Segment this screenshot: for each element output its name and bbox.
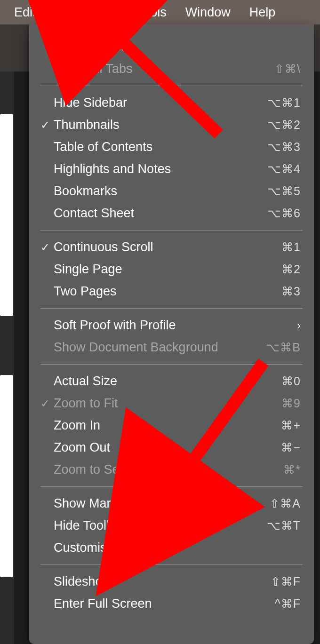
menu-item-two-pages[interactable]: Two Pages⌘3 [29, 280, 314, 302]
menu-item-shortcut: ⌥⌘1 [267, 96, 301, 110]
menu-item-label: Continuous Scroll [54, 240, 281, 254]
menu-item-label: Zoom to Fit [54, 396, 281, 411]
menu-item-label: Single Page [54, 262, 281, 277]
menu-item-shortcut: ⌘+ [281, 419, 301, 432]
menu-item-shortcut: ⇧⌘F [271, 575, 301, 588]
menu-item-zoom-out[interactable]: Zoom Out⌘− [29, 437, 314, 459]
menubar-item-view[interactable]: View [46, 0, 92, 24]
menu-item-shortcut: ⌘− [281, 441, 301, 454]
menu-item-continuous-scroll[interactable]: ✓Continuous Scroll⌘1 [29, 236, 314, 258]
menubar-item-window[interactable]: Window [176, 0, 240, 24]
menu-item-shortcut: ⌘2 [281, 262, 301, 276]
menu-item-shortcut: ⌘9 [281, 397, 301, 410]
menu-item-label: Customise Toolbar… [54, 541, 301, 555]
menu-item-label: Show Tab Bar [54, 40, 301, 54]
menu-item-shortcut: ⌥⌘4 [267, 162, 301, 176]
menu-item-shortcut: ⌥⌘3 [267, 140, 301, 154]
menu-separator [40, 308, 303, 309]
menu-item-shortcut: ⌥⌘5 [267, 184, 301, 198]
menu-item-label: Hide Toolbar [54, 518, 267, 533]
menu-item-show-all-tabs: Show All Tabs⇧⌘\ [29, 58, 314, 80]
menu-item-shortcut: ⌘0 [281, 374, 301, 388]
checkmark-icon: ✓ [37, 241, 54, 254]
checkmark-icon: ✓ [37, 397, 54, 410]
menu-item-table-of-contents[interactable]: Table of Contents⌥⌘3 [29, 136, 314, 158]
menubar-item-label: View [55, 5, 82, 20]
menu-item-hide-sidebar[interactable]: Hide Sidebar⌥⌘1 [29, 92, 314, 114]
menu-item-label: Zoom Out [54, 440, 281, 455]
menu-item-label: Thumbnails [54, 118, 267, 132]
menubar: EditViewGoToolsWindowHelp [0, 0, 320, 24]
menu-separator [40, 230, 303, 231]
menu-item-label: Bookmarks [54, 184, 267, 199]
menu-item-shortcut: ⌘3 [281, 285, 301, 298]
checkmark-icon: ✓ [37, 119, 54, 132]
menubar-item-tools[interactable]: Tools [128, 0, 176, 24]
menu-item-enter-full-screen[interactable]: Enter Full Screen^⌘F [29, 593, 314, 615]
menu-item-show-markup-toolbar[interactable]: Show Markup Toolbar⇧⌘A [29, 493, 314, 515]
menubar-item-help[interactable]: Help [240, 0, 285, 24]
menu-item-label: Two Pages [54, 284, 281, 299]
menubar-item-label: Go [101, 5, 118, 20]
menu-item-show-document-background: Show Document Background⌥⌘B [29, 336, 314, 358]
menu-item-highlights-and-notes[interactable]: Highlights and Notes⌥⌘4 [29, 158, 314, 180]
menu-item-label: Zoom In [54, 418, 281, 433]
menu-separator [40, 486, 303, 487]
menu-item-label: Hide Sidebar [54, 95, 267, 110]
menubar-item-label: Edit [14, 5, 36, 20]
menubar-item-label: Help [249, 5, 276, 20]
menubar-item-label: Window [185, 5, 231, 20]
menu-item-hide-toolbar[interactable]: Hide Toolbar⌥⌘T [29, 515, 314, 537]
menu-item-thumbnails[interactable]: ✓Thumbnails⌥⌘2 [29, 114, 314, 136]
menubar-item-go[interactable]: Go [92, 0, 128, 24]
menu-item-label: Actual Size [54, 374, 281, 389]
menu-item-shortcut: ⌥⌘B [266, 341, 301, 354]
menu-separator [40, 86, 303, 86]
menu-item-label: Highlights and Notes [54, 162, 267, 176]
menu-item-zoom-to-selection: Zoom to Selection⌘* [29, 459, 314, 481]
menu-item-shortcut: ⇧⌘A [270, 497, 301, 510]
menu-item-label: Show Document Background [54, 340, 266, 355]
menu-item-shortcut: ⇧⌘\ [274, 62, 301, 76]
menu-item-single-page[interactable]: Single Page⌘2 [29, 258, 314, 280]
sidebar-thumbnails [0, 72, 14, 644]
menu-item-show-tab-bar[interactable]: Show Tab Bar [29, 36, 314, 58]
menu-item-shortcut: ⌥⌘2 [267, 118, 301, 132]
menu-item-customise-toolbar[interactable]: Customise Toolbar… [29, 537, 314, 559]
menu-item-shortcut: ⌥⌘T [267, 519, 301, 533]
menubar-item-edit[interactable]: Edit [5, 0, 46, 24]
menu-item-label: Show Markup Toolbar [54, 496, 270, 511]
menu-item-label: Enter Full Screen [54, 596, 275, 611]
view-menu-dropdown: Show Tab BarShow All Tabs⇧⌘\Hide Sidebar… [29, 24, 314, 644]
menu-item-shortcut: ⌘1 [281, 240, 301, 254]
menu-item-label: Slideshow [54, 574, 271, 589]
menu-item-shortcut: ⌘* [283, 463, 301, 477]
chevron-right-icon: › [297, 319, 301, 332]
menu-item-bookmarks[interactable]: Bookmarks⌥⌘5 [29, 180, 314, 202]
menubar-item-label: Tools [137, 5, 167, 20]
menu-item-soft-proof-with-profile[interactable]: Soft Proof with Profile› [29, 314, 314, 336]
thumbnail[interactable] [0, 375, 13, 577]
menu-separator [40, 364, 303, 365]
menu-item-label: Soft Proof with Profile [54, 318, 297, 333]
menu-item-shortcut: ^⌘F [275, 597, 301, 611]
menu-item-zoom-in[interactable]: Zoom In⌘+ [29, 414, 314, 437]
menu-item-zoom-to-fit: ✓Zoom to Fit⌘9 [29, 392, 314, 414]
menu-item-shortcut: ⌥⌘6 [267, 207, 301, 220]
menu-item-contact-sheet[interactable]: Contact Sheet⌥⌘6 [29, 202, 314, 224]
menu-item-label: Zoom to Selection [54, 462, 283, 477]
menu-item-label: Table of Contents [54, 140, 267, 154]
menu-item-label: Show All Tabs [54, 62, 274, 76]
menu-item-actual-size[interactable]: Actual Size⌘0 [29, 370, 314, 392]
thumbnail[interactable] [0, 114, 13, 316]
menu-item-slideshow[interactable]: Slideshow⇧⌘F [29, 571, 314, 593]
menu-item-label: Contact Sheet [54, 206, 267, 221]
menu-separator [40, 564, 303, 565]
